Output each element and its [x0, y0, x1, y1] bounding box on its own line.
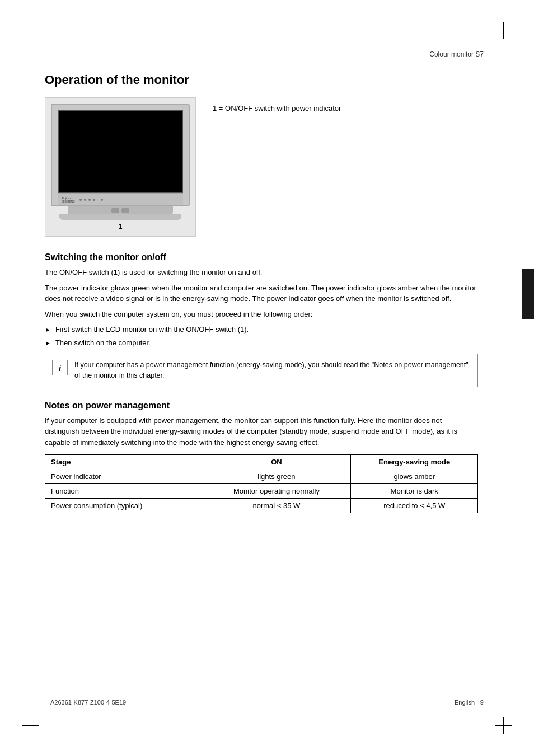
- section2-title: Notes on power management: [45, 401, 478, 411]
- reg-mark-br: [495, 717, 512, 734]
- info-box-text: If your computer has a power management …: [74, 360, 471, 381]
- monitor-illustration: FujitsuSIEMENS 1: [45, 97, 196, 237]
- table-header-stage: Stage: [45, 455, 202, 469]
- reg-mark-tl: [22, 22, 39, 39]
- monitor-stand-top: [68, 206, 173, 214]
- table-header-energy: Energy-saving mode: [351, 455, 478, 469]
- section1-para3: When you switch the computer system on, …: [45, 309, 478, 320]
- info-box: i If your computer has a power managemen…: [45, 354, 478, 387]
- power-table: Stage ON Energy-saving mode Power indica…: [45, 454, 478, 513]
- bullet-text-2: Then switch on the computer.: [55, 337, 151, 349]
- page-title: Operation of the monitor: [45, 73, 478, 87]
- main-content: Operation of the monitor FujitsuSIEMENS: [45, 73, 478, 513]
- table-row: Power consumption (typical)normal < 35 W…: [45, 499, 478, 513]
- monitor-stand-base: [59, 214, 181, 220]
- indicator-dot-3: [88, 199, 91, 201]
- section1-title: Switching the monitor on/off: [45, 252, 478, 262]
- monitor-screen: [58, 110, 183, 193]
- table-cell-energy-1: Monitor is dark: [351, 484, 478, 499]
- bullet-text-1: First switch the LCD monitor on with the…: [55, 324, 249, 335]
- info-icon: i: [52, 360, 68, 375]
- header-divider: [45, 62, 489, 62]
- table-row: Power indicatorlights greenglows amber: [45, 469, 478, 484]
- header-title: Colour monitor S7: [429, 50, 484, 58]
- stand-button-right: [121, 208, 129, 213]
- table-cell-on-0: lights green: [202, 469, 351, 484]
- footer-left: A26361-K877-Z100-4-5E19: [50, 699, 126, 706]
- table-cell-energy-0: glows amber: [351, 469, 478, 484]
- monitor-number-label: 1: [51, 222, 190, 231]
- indicator-dot-5: [101, 199, 103, 201]
- table-cell-on-1: Monitor operating normally: [202, 484, 351, 499]
- stand-button-left: [111, 208, 119, 213]
- info-letter: i: [59, 363, 61, 373]
- bullet-arrow-1: ►: [45, 325, 51, 335]
- indicator-dot-4: [93, 199, 95, 201]
- monitor-bezel: FujitsuSIEMENS: [58, 193, 183, 205]
- table-header-on: ON: [202, 455, 351, 469]
- footer-right: English - 9: [455, 699, 484, 706]
- table-cell-stage-0: Power indicator: [45, 469, 202, 484]
- language-bar: [522, 269, 534, 319]
- table-cell-stage-2: Power consumption (typical): [45, 499, 202, 513]
- indicator-dot-2: [84, 199, 86, 201]
- table-row: FunctionMonitor operating normallyMonito…: [45, 484, 478, 499]
- bullet-arrow-2: ►: [45, 339, 51, 348]
- bullet-item-2: ► Then switch on the computer.: [45, 337, 478, 349]
- monitor-note-text: 1 = ON/OFF switch with power indicator: [213, 103, 478, 114]
- table-cell-on-2: normal < 35 W: [202, 499, 351, 513]
- indicator-dot-1: [79, 199, 82, 201]
- bullet-list: ► First switch the LCD monitor on with t…: [45, 324, 478, 348]
- section1-para1: The ON/OFF switch (1) is used for switch…: [45, 267, 478, 278]
- reg-mark-tr: [495, 22, 512, 39]
- monitor-note-area: 1 = ON/OFF switch with power indicator: [213, 97, 478, 237]
- brand-text: FujitsuSIEMENS: [62, 196, 75, 203]
- top-section: FujitsuSIEMENS 1 1 = ON/OFF switch with …: [45, 97, 478, 237]
- bullet-item-1: ► First switch the LCD monitor on with t…: [45, 324, 478, 335]
- reg-mark-bl: [22, 717, 39, 734]
- table-header-row: Stage ON Energy-saving mode: [45, 455, 478, 469]
- footer-divider: [45, 694, 489, 694]
- monitor-body: FujitsuSIEMENS: [51, 104, 190, 206]
- section1-para2: The power indicator glows green when the…: [45, 283, 478, 304]
- table-cell-stage-1: Function: [45, 484, 202, 499]
- section2-para1: If your computer is equipped with power …: [45, 415, 478, 448]
- table-cell-energy-2: reduced to < 4,5 W: [351, 499, 478, 513]
